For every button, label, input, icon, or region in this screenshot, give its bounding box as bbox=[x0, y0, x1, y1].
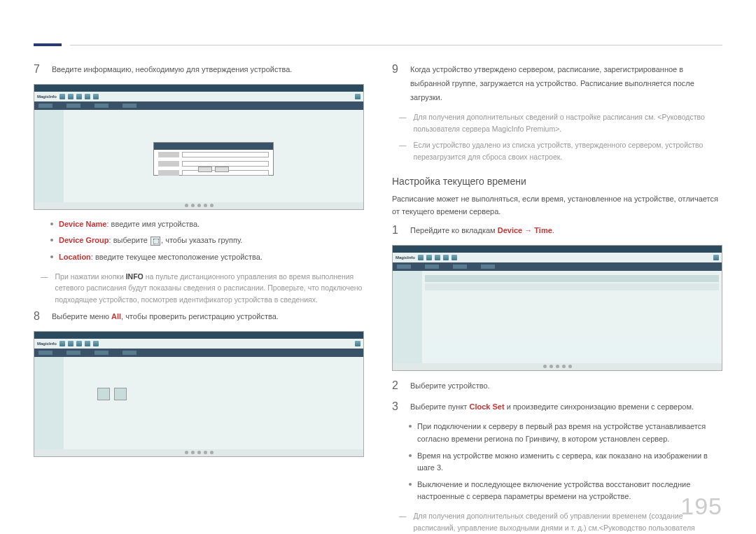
bullet-dot-icon bbox=[50, 255, 53, 258]
label: Device Name bbox=[59, 220, 107, 228]
step-text: Выберите устройство. bbox=[410, 379, 722, 393]
bullet-device-name: Device Name: введите имя устройства. bbox=[50, 218, 364, 231]
bullet-dot-icon bbox=[50, 239, 53, 241]
text-red: All bbox=[111, 312, 121, 321]
time-sub-bullets: При подключении к серверу в первый раз в… bbox=[409, 421, 722, 503]
bullet-dot-icon bbox=[409, 454, 412, 457]
note-text: Для получения дополнительных сведений об… bbox=[414, 510, 723, 534]
text: При подключении к серверу в первый раз в… bbox=[417, 421, 722, 445]
text-pre: Перейдите ко вкладкам bbox=[410, 226, 498, 234]
step-2: 2 Выберите устройство. bbox=[392, 379, 722, 393]
text-post: , чтобы указать группу. bbox=[161, 236, 242, 244]
bullet-location: Location: введите текущее местоположение… bbox=[50, 251, 364, 264]
step-9: 9 Когда устройство утверждено сервером, … bbox=[392, 63, 722, 104]
text: Выключение и последующее включение устро… bbox=[417, 479, 722, 503]
note-text: Если устройство удалено из списка устрой… bbox=[414, 139, 723, 163]
text-pre: Выберите меню bbox=[52, 312, 111, 321]
screenshot-all-devices-list: MagicInfo bbox=[34, 331, 364, 457]
text-pre: Выберите пункт bbox=[410, 402, 469, 411]
step-1: 1 Перейдите ко вкладкам Device → Time. bbox=[392, 224, 722, 238]
header-accent-bar bbox=[34, 43, 62, 46]
note-schedule-ref: ― Для получения дополнительных сведений … bbox=[399, 111, 722, 135]
text-post: и произведите синхронизацию времени с се… bbox=[505, 402, 694, 411]
sub-bullet: Время на устройстве можно изменить с сер… bbox=[409, 450, 722, 475]
text-post: . bbox=[552, 226, 554, 234]
bullet-device-group: Device Group: выберите , чтобы указать г… bbox=[50, 234, 364, 247]
note-text: Для получения дополнительных сведений о … bbox=[414, 111, 723, 135]
text: : введите текущее местоположение устройс… bbox=[91, 253, 262, 261]
note-pre: При нажатии кнопки bbox=[55, 272, 126, 281]
step-3: 3 Выберите пункт Clock Set и произведите… bbox=[392, 400, 722, 414]
arrow: → bbox=[522, 226, 534, 234]
sub-bullet: При подключении к серверу в первый раз в… bbox=[409, 421, 722, 445]
sub-bullet: Выключение и последующее включение устро… bbox=[409, 479, 722, 503]
content-columns: 7 Введите информацию, необходимую для ут… bbox=[34, 63, 722, 534]
text-pre: : выберите bbox=[109, 236, 150, 244]
label: Device Group bbox=[59, 236, 109, 244]
step-8: 8 Выберите меню All, чтобы проверить рег… bbox=[34, 310, 364, 324]
dash-icon: ― bbox=[399, 139, 407, 163]
text-post: , чтобы проверить регистрацию устройства… bbox=[121, 312, 279, 321]
step-text: Когда устройство утверждено сервером, ра… bbox=[410, 63, 722, 104]
note-time-ref: ― Для получения дополнительных сведений … bbox=[399, 510, 722, 534]
group-picker-icon bbox=[150, 237, 160, 246]
text-red: Device bbox=[498, 226, 522, 234]
step-7: 7 Введите информацию, необходимую для ут… bbox=[34, 63, 364, 77]
step-number: 3 bbox=[392, 400, 400, 413]
note-device-removed: ― Если устройство удалено из списка устр… bbox=[399, 139, 722, 163]
dash-icon: ― bbox=[399, 111, 407, 135]
info-note: ― При нажатии кнопки INFO на пульте дист… bbox=[41, 271, 364, 306]
text-red: Clock Set bbox=[469, 402, 504, 411]
dash-icon: ― bbox=[41, 271, 48, 306]
step-number: 1 bbox=[392, 224, 400, 237]
screenshot-device-time-tab: MagicInfo bbox=[392, 245, 722, 371]
page-number: 195 bbox=[680, 493, 722, 520]
header-divider bbox=[70, 45, 722, 45]
section-title: Настройка текущего времени bbox=[392, 176, 722, 187]
step-number: 8 bbox=[34, 310, 42, 323]
bullet-dot-icon bbox=[409, 425, 412, 428]
screenshot-device-approval-dialog: MagicInfo bbox=[34, 84, 364, 210]
step-number: 7 bbox=[34, 63, 42, 76]
note-bold: INFO bbox=[126, 272, 144, 281]
left-column: 7 Введите информацию, необходимую для ут… bbox=[34, 63, 364, 534]
step-number: 9 bbox=[392, 63, 400, 76]
field-bullets: Device Name: введите имя устройства. Dev… bbox=[50, 218, 364, 264]
step-text: Введите информацию, необходимую для утве… bbox=[52, 63, 364, 77]
right-column: 9 Когда устройство утверждено сервером, … bbox=[392, 63, 722, 534]
bullet-dot-icon bbox=[409, 483, 412, 486]
step-number: 2 bbox=[392, 379, 400, 392]
dash-icon: ― bbox=[399, 510, 407, 534]
section-intro: Расписание может не выполняться, если вр… bbox=[392, 192, 722, 218]
text: Время на устройстве можно изменить с сер… bbox=[417, 450, 722, 475]
text-red2: Time bbox=[534, 226, 552, 234]
bullet-dot-icon bbox=[50, 223, 53, 225]
text: : введите имя устройства. bbox=[107, 220, 200, 228]
label: Location bbox=[59, 253, 91, 261]
